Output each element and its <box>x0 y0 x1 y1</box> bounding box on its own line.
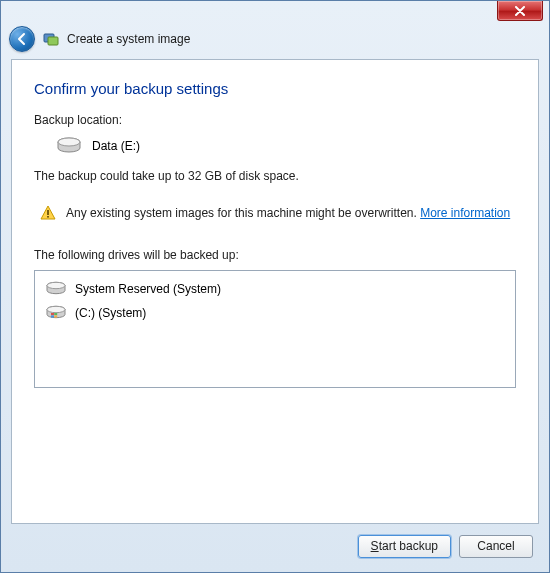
drives-listbox: System Reserved (System) (C:) (System) <box>34 270 516 388</box>
warning-message: Any existing system images for this mach… <box>66 206 417 220</box>
svg-rect-13 <box>54 315 57 317</box>
drive-name: System Reserved (System) <box>75 282 221 296</box>
svg-rect-1 <box>48 37 58 45</box>
start-backup-button[interactable]: Start backup <box>358 535 451 558</box>
close-button[interactable] <box>497 1 543 21</box>
svg-point-7 <box>47 282 65 288</box>
more-information-link[interactable]: More information <box>420 206 510 220</box>
hard-drive-icon <box>45 281 67 297</box>
arrow-left-icon <box>15 32 29 46</box>
system-image-icon <box>43 31 59 47</box>
footer-bar: Start backup Cancel <box>11 528 539 564</box>
back-button[interactable] <box>9 26 35 52</box>
title-bar <box>1 1 549 23</box>
page-heading: Confirm your backup settings <box>34 80 516 97</box>
svg-rect-5 <box>47 216 49 218</box>
cancel-button[interactable]: Cancel <box>459 535 533 558</box>
svg-point-9 <box>47 306 65 312</box>
svg-rect-4 <box>47 210 49 215</box>
drives-label: The following drives will be backed up: <box>34 248 516 262</box>
content-panel: Confirm your backup settings Backup loca… <box>11 59 539 524</box>
svg-rect-11 <box>54 313 57 315</box>
warning-text: Any existing system images for this mach… <box>66 205 510 222</box>
window-title: Create a system image <box>67 32 190 46</box>
drive-list-item[interactable]: System Reserved (System) <box>43 277 507 301</box>
backup-location-value: Data (E:) <box>92 139 140 153</box>
backup-size-note: The backup could take up to 32 GB of dis… <box>34 169 516 183</box>
svg-point-3 <box>58 138 80 146</box>
hard-drive-windows-icon <box>45 305 67 321</box>
backup-location-label: Backup location: <box>34 113 516 127</box>
close-icon <box>514 6 526 16</box>
wizard-window: Create a system image Confirm your backu… <box>0 0 550 573</box>
header-bar: Create a system image <box>1 23 549 55</box>
start-backup-label-rest: tart backup <box>379 539 438 553</box>
drive-name: (C:) (System) <box>75 306 146 320</box>
warning-row: Any existing system images for this mach… <box>40 205 516 222</box>
svg-rect-12 <box>51 315 54 317</box>
backup-location-row: Data (E:) <box>56 137 516 155</box>
svg-rect-10 <box>51 313 54 315</box>
warning-icon <box>40 205 56 221</box>
hard-drive-icon <box>56 137 82 155</box>
drive-list-item[interactable]: (C:) (System) <box>43 301 507 325</box>
